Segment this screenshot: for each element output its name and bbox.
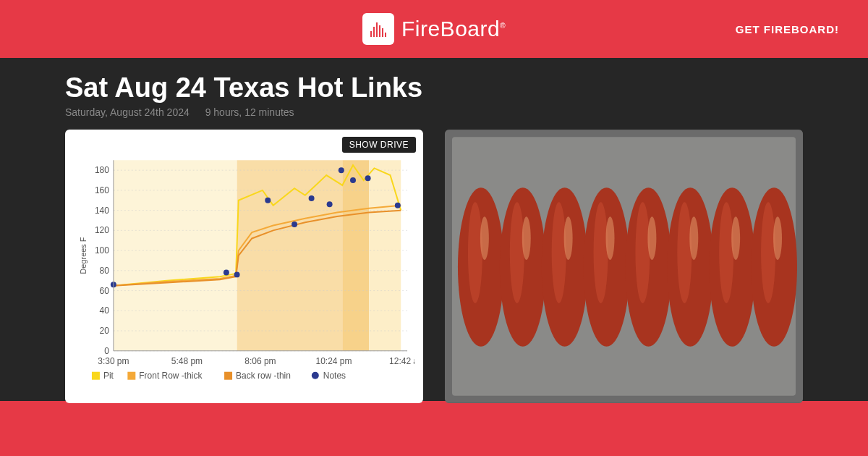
svg-text:Degrees F: Degrees F [79,237,88,274]
svg-point-83 [773,216,782,260]
svg-text:5:48 pm: 5:48 pm [171,356,203,366]
svg-text:12:42 am: 12:42 am [389,356,414,366]
svg-text:10:24 pm: 10:24 pm [316,356,352,366]
svg-rect-9 [369,160,401,350]
svg-rect-49 [92,372,100,380]
session-date: Saturday, August 24th 2024 [65,106,190,118]
svg-point-62 [480,216,489,260]
logo-icon [362,13,394,45]
svg-point-65 [522,216,531,260]
svg-text:Back row -thin: Back row -thin [236,371,291,381]
svg-point-64 [510,202,524,303]
svg-point-71 [606,216,615,260]
svg-rect-1 [373,27,375,37]
svg-text:Front Row -thick: Front Row -thick [139,371,202,381]
svg-point-61 [468,202,482,303]
session-photo [445,130,803,403]
chart-card: SHOW DRIVE 020406080100120140160180Degre… [65,130,423,403]
svg-point-67 [552,202,566,303]
logo: FireBoard® [362,13,506,45]
svg-point-43 [339,167,344,173]
svg-text:Pit: Pit [103,371,114,381]
svg-text:160: 160 [95,185,109,195]
svg-point-68 [564,216,573,260]
svg-rect-51 [127,372,135,380]
svg-text:180: 180 [95,165,109,175]
svg-rect-2 [376,22,378,37]
svg-point-44 [350,177,356,183]
svg-text:0: 0 [104,346,109,356]
svg-point-79 [719,202,733,303]
svg-text:20: 20 [100,326,110,336]
svg-point-37 [224,270,229,276]
svg-point-38 [234,271,240,277]
svg-point-80 [731,216,740,260]
svg-point-77 [689,216,698,260]
svg-text:100: 100 [95,245,109,256]
svg-text:60: 60 [100,286,110,296]
main-content: Sat Aug 24 Texas Hot Links Saturday, Aug… [0,58,868,401]
svg-rect-7 [237,160,343,350]
svg-rect-4 [382,28,383,37]
svg-point-82 [761,202,775,303]
temperature-chart: 020406080100120140160180Degrees F3:30 pm… [74,138,414,394]
svg-point-55 [312,372,319,379]
brand-name: FireBoard® [401,17,506,41]
svg-rect-8 [342,160,369,350]
svg-text:3:30 pm: 3:30 pm [98,356,129,366]
svg-text:140: 140 [95,206,109,216]
svg-point-45 [365,175,371,181]
session-meta: Saturday, August 24th 2024 9 hours, 12 m… [65,106,803,118]
get-fireboard-link[interactable]: GET FIREBOARD! [736,23,839,35]
svg-point-70 [594,202,608,303]
svg-rect-53 [224,372,232,380]
svg-rect-6 [114,160,237,350]
svg-rect-3 [379,25,380,37]
svg-point-46 [395,203,401,208]
svg-point-40 [292,221,297,227]
svg-text:40: 40 [100,305,110,316]
svg-text:120: 120 [95,225,109,235]
svg-point-41 [309,195,315,201]
svg-text:80: 80 [100,266,110,276]
svg-rect-0 [370,31,372,37]
svg-text:Notes: Notes [323,371,346,381]
svg-point-39 [265,198,271,203]
svg-point-42 [327,201,333,207]
session-duration: 9 hours, 12 minutes [205,106,294,118]
show-drive-button[interactable]: SHOW DRIVE [342,137,416,153]
svg-rect-5 [385,33,386,37]
svg-point-73 [635,202,650,303]
header: FireBoard® GET FIREBOARD! [0,0,868,58]
footer [0,401,868,456]
svg-point-76 [677,202,692,303]
svg-point-74 [647,216,656,260]
svg-text:8:06 pm: 8:06 pm [244,356,276,366]
page-title: Sat Aug 24 Texas Hot Links [65,72,803,104]
